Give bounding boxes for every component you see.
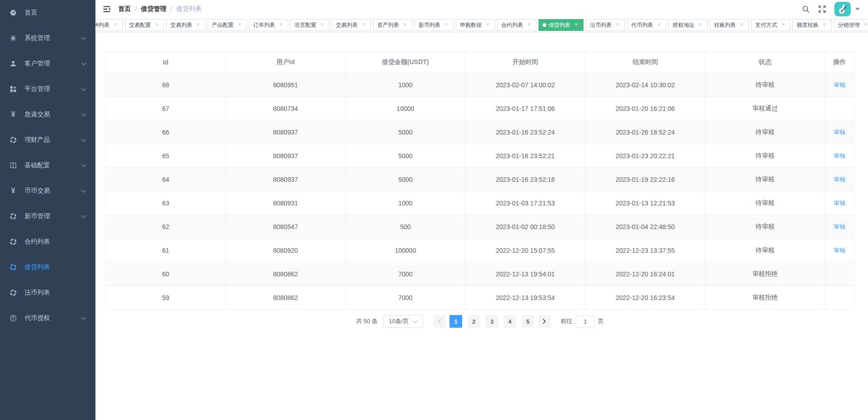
sidebar-item[interactable]: 合约列表	[0, 229, 95, 255]
close-tab-icon[interactable]: ×	[484, 22, 491, 28]
close-tab-icon[interactable]: ×	[195, 22, 201, 28]
cell-amount: 5000	[345, 120, 465, 144]
close-tab-icon[interactable]: ×	[780, 22, 786, 28]
goto-page-input[interactable]	[576, 315, 595, 328]
page-button[interactable]: 4	[504, 315, 516, 328]
page-button[interactable]: 3	[485, 315, 498, 328]
active-tab-dot-icon	[543, 23, 546, 27]
sidebar-item-label: 理财产品	[25, 136, 50, 144]
sidebar-item[interactable]: 基础配置	[0, 153, 95, 178]
tab[interactable]: 授权地址 ×	[668, 19, 708, 31]
cell-action: 审核	[825, 239, 854, 262]
tab[interactable]: 交易配置 ×	[125, 19, 164, 31]
tab-label: 额度转换	[797, 21, 818, 29]
sidebar-item[interactable]: 代币授权	[0, 305, 95, 331]
close-tab-icon[interactable]: ×	[614, 22, 621, 28]
tab[interactable]: 订单列表 ×	[249, 19, 288, 31]
close-tab-icon[interactable]: ×	[656, 22, 662, 28]
cell-user-id: 8080920	[225, 239, 345, 262]
tab[interactable]: 申购数据 ×	[456, 19, 495, 31]
tab[interactable]: 产品配置 ×	[208, 19, 247, 31]
tab[interactable]: 支付方式 ×	[751, 19, 790, 31]
close-tab-icon[interactable]: ×	[573, 22, 579, 28]
tab[interactable]: 交易列表 ×	[332, 19, 371, 31]
close-tab-icon[interactable]: ×	[319, 22, 325, 28]
close-tab-icon[interactable]: ×	[278, 22, 284, 28]
close-tab-icon[interactable]: ×	[738, 22, 745, 28]
page-size-select[interactable]: 10条/页	[383, 315, 423, 328]
caret-down-icon[interactable]	[855, 8, 860, 10]
close-tab-icon[interactable]: ×	[697, 22, 703, 28]
sidebar-item-label: 币币交易	[25, 187, 50, 195]
review-link[interactable]: 审核	[834, 200, 846, 206]
cell-id: 59	[106, 286, 226, 310]
tab[interactable]: 新币列表 ×	[414, 19, 454, 31]
close-tab-icon[interactable]: ×	[821, 22, 828, 28]
review-link[interactable]: 审核	[834, 176, 846, 183]
review-link[interactable]: 审核	[834, 223, 846, 230]
close-tab-icon[interactable]: ×	[863, 22, 868, 28]
cell-user-id: 8080734	[225, 97, 345, 120]
cell-id: 63	[106, 191, 226, 215]
breadcrumb-item[interactable]: 首页	[118, 5, 131, 13]
close-tab-icon[interactable]: ×	[154, 22, 160, 28]
cell-status: 审核通过	[705, 97, 825, 120]
table-row: 63 8080931 1000 2023-01-03 17:21:53 2023…	[106, 191, 854, 215]
close-tab-icon[interactable]: ×	[402, 22, 408, 28]
sidebar-item[interactable]: ¥ 急速交易	[0, 102, 95, 127]
cell-user-id: 8080937	[225, 120, 345, 144]
tab[interactable]: 语言配置 ×	[290, 19, 329, 31]
next-page-button[interactable]	[538, 315, 551, 328]
close-tab-icon[interactable]: ×	[526, 22, 532, 28]
sidebar-item[interactable]: 新币管理	[0, 204, 95, 229]
tab[interactable]: 代币列表 ×	[627, 19, 666, 31]
cell-start-time: 2022-12-13 19:53:54	[465, 286, 585, 310]
sidebar-item[interactable]: 法币列表	[0, 280, 95, 305]
close-tab-icon[interactable]: ×	[236, 22, 243, 28]
close-tab-icon[interactable]: ×	[112, 22, 119, 28]
fullscreen-icon[interactable]	[818, 5, 826, 13]
review-link[interactable]: 审核	[834, 81, 846, 88]
cell-id: 68	[106, 73, 226, 97]
tab[interactable]: 资产列表 ×	[373, 19, 412, 31]
tab[interactable]: 币种列表 ×	[95, 19, 123, 31]
sidebar-item[interactable]: 首页	[0, 0, 95, 25]
tab[interactable]: 转账列表 ×	[710, 19, 749, 31]
cell-id: 61	[106, 239, 226, 262]
menu-fold-icon[interactable]	[103, 5, 111, 13]
sidebar-item[interactable]: 借贷列表	[0, 255, 95, 280]
tab[interactable]: 借贷列表 ×	[539, 19, 584, 31]
cell-amount: 7000	[345, 286, 465, 310]
page-button[interactable]: 2	[468, 315, 480, 328]
sidebar-item[interactable]: 系统管理	[0, 25, 95, 51]
tab[interactable]: 合约列表 ×	[497, 19, 536, 31]
tab[interactable]: 分销管理 ×	[834, 19, 868, 31]
tab[interactable]: 交易列表 ×	[166, 19, 205, 31]
sidebar-item[interactable]: 理财产品	[0, 127, 95, 153]
close-tab-icon[interactable]: ×	[360, 22, 367, 28]
user-avatar[interactable]	[834, 2, 851, 16]
search-icon[interactable]	[802, 5, 810, 13]
prev-page-button[interactable]	[433, 315, 446, 328]
review-link[interactable]: 审核	[834, 129, 846, 135]
review-link[interactable]: 审核	[834, 152, 846, 159]
tab-label: 借贷列表	[549, 21, 570, 29]
cell-amount: 1000	[345, 73, 465, 97]
column-header: Id	[106, 52, 226, 73]
chevron-down-icon	[413, 320, 418, 323]
cell-start-time: 2023-01-16 23:52:16	[465, 168, 585, 191]
cell-id: 67	[106, 97, 226, 120]
breadcrumb-item[interactable]: 借贷管理	[141, 5, 166, 13]
close-tab-icon[interactable]: ×	[443, 22, 449, 28]
tab[interactable]: 额度转换 ×	[793, 19, 832, 31]
sidebar-item[interactable]: 平台管理	[0, 76, 95, 102]
cell-end-time: 2022-12-20 16:23:54	[585, 286, 705, 310]
sidebar-item[interactable]: 客户管理	[0, 51, 95, 76]
cell-end-time: 2023-01-20 16:21:06	[585, 97, 705, 120]
sidebar-item[interactable]: ¥ 币币交易	[0, 178, 95, 204]
tab[interactable]: 法币列表 ×	[586, 19, 625, 31]
page-button[interactable]: 1	[449, 315, 462, 328]
page-button[interactable]: 5	[522, 315, 534, 328]
review-link[interactable]: 审核	[834, 247, 846, 254]
cell-action	[825, 262, 854, 286]
